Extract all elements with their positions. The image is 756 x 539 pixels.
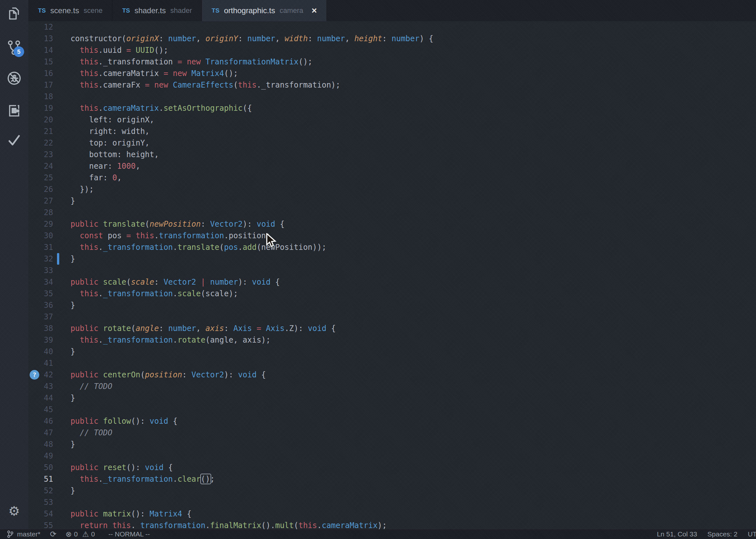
code-line-43[interactable]: 43 // TODO	[28, 381, 756, 392]
line-number[interactable]: 32	[28, 253, 53, 265]
indentation-setting[interactable]: Spaces: 2	[708, 530, 737, 538]
code-line-47[interactable]: 47 // TODO	[28, 427, 756, 438]
line-number[interactable]: 51	[28, 473, 53, 485]
line-number[interactable]: 46	[28, 415, 53, 427]
branch-indicator[interactable]: master*	[6, 530, 40, 538]
line-number[interactable]: 33	[28, 265, 53, 276]
line-number[interactable]: 17	[28, 79, 53, 91]
errors-indicator[interactable]: ⊗ 0	[65, 530, 78, 538]
line-number[interactable]: 49	[28, 450, 53, 462]
code-line-34[interactable]: 34 public scale(scale: Vector2 | number)…	[28, 276, 756, 288]
line-number[interactable]: 29	[28, 218, 53, 230]
line-number[interactable]: 37	[28, 311, 53, 323]
line-number[interactable]: 25	[28, 172, 53, 184]
code-line-28[interactable]: 28	[28, 207, 756, 218]
code-line-38[interactable]: 38 public rotate(angle: number, axis: Ax…	[28, 323, 756, 334]
line-number[interactable]: 21	[28, 125, 53, 137]
debug-disabled-icon[interactable]	[6, 70, 22, 86]
code-line-15[interactable]: 15 this._transformation = new Transforma…	[28, 56, 756, 68]
code-line-45[interactable]: 45	[28, 404, 756, 415]
git-modified-indicator[interactable]	[57, 253, 59, 265]
code-line-17[interactable]: 17 this.cameraFx = new CameraEffects(thi…	[28, 79, 756, 91]
line-number[interactable]: 47	[28, 427, 53, 438]
line-number[interactable]: 26	[28, 184, 53, 195]
code-line-21[interactable]: 21 right: width,	[28, 125, 756, 137]
code-line-44[interactable]: 44 }	[28, 392, 756, 404]
sync-icon[interactable]: ⟳	[50, 530, 56, 539]
line-number[interactable]: 53	[28, 497, 53, 508]
code-line-42[interactable]: 42 public centerOn(position: Vector2): v…	[28, 369, 756, 381]
code-line-16[interactable]: 16 this.cameraMatrix = new Matrix4();	[28, 68, 756, 79]
line-number[interactable]: 31	[28, 242, 53, 253]
code-line-31[interactable]: 31 this._transformation.translate(pos.ad…	[28, 242, 756, 253]
code-line-23[interactable]: 23 bottom: height,	[28, 149, 756, 160]
line-number[interactable]: 14	[28, 44, 53, 56]
line-number[interactable]: 41	[28, 357, 53, 369]
code-line-33[interactable]: 33	[28, 265, 756, 276]
code-line-29[interactable]: 29 public translate(newPosition: Vector2…	[28, 218, 756, 230]
line-number[interactable]: 18	[28, 91, 53, 103]
code-line-24[interactable]: 24 near: 1000,	[28, 160, 756, 172]
close-icon[interactable]: ×	[312, 6, 317, 15]
code-line-46[interactable]: 46 public follow(): void {	[28, 415, 756, 427]
code-line-40[interactable]: 40 }	[28, 346, 756, 357]
code-line-25[interactable]: 25 far: 0,	[28, 172, 756, 184]
code-line-39[interactable]: 39 this._transformation.rotate(angle, ax…	[28, 334, 756, 346]
code-line-53[interactable]: 53	[28, 497, 756, 508]
tab-orthographic.ts[interactable]: TSorthographic.tscamera×	[202, 0, 327, 21]
code-line-50[interactable]: 50 public reset(): void {	[28, 462, 756, 473]
extensions-icon[interactable]	[6, 103, 22, 118]
line-number[interactable]: 19	[28, 103, 53, 114]
line-number[interactable]: 39	[28, 334, 53, 346]
line-number[interactable]: 20	[28, 114, 53, 125]
question-badge[interactable]: ?	[30, 370, 39, 380]
line-number[interactable]: 22	[28, 137, 53, 149]
code-line-32[interactable]: 32 }	[28, 253, 756, 265]
line-number[interactable]: 44	[28, 392, 53, 404]
code-line-35[interactable]: 35 this._transformation.scale(scale);	[28, 288, 756, 299]
line-number[interactable]: 23	[28, 149, 53, 160]
code-line-54[interactable]: 54 public matrix(): Matrix4 {	[28, 508, 756, 520]
line-number[interactable]: 54	[28, 508, 53, 520]
line-number[interactable]: 24	[28, 160, 53, 172]
code-line-41[interactable]: 41	[28, 357, 756, 369]
code-line-19[interactable]: 19 this.cameraMatrix.setAsOrthographic({	[28, 103, 756, 114]
line-number[interactable]: 30	[28, 230, 53, 242]
code-line-26[interactable]: 26 });	[28, 184, 756, 195]
line-number[interactable]: 48	[28, 438, 53, 450]
gear-icon[interactable]: ⚙	[7, 504, 21, 518]
line-number[interactable]: 50	[28, 462, 53, 473]
line-number[interactable]: 35	[28, 288, 53, 299]
line-number[interactable]: 52	[28, 485, 53, 497]
code-line-22[interactable]: 22 top: originY,	[28, 137, 756, 149]
line-number[interactable]: 45	[28, 404, 53, 415]
code-line-20[interactable]: 20 left: originX,	[28, 114, 756, 125]
line-number[interactable]: 12	[28, 21, 53, 33]
encoding-setting[interactable]: UTF-8	[748, 530, 756, 538]
line-number[interactable]: 36	[28, 299, 53, 311]
check-icon[interactable]	[6, 132, 22, 148]
line-number[interactable]: 27	[28, 195, 53, 207]
code-line-27[interactable]: 27 }	[28, 195, 756, 207]
line-number[interactable]: 34	[28, 276, 53, 288]
code-line-36[interactable]: 36 }	[28, 299, 756, 311]
tab-scene.ts[interactable]: TSscene.tsscene	[28, 0, 113, 21]
code-line-52[interactable]: 52 }	[28, 485, 756, 497]
files-icon[interactable]	[6, 6, 22, 22]
line-number[interactable]: 28	[28, 207, 53, 218]
line-number[interactable]: 15	[28, 56, 53, 68]
line-number[interactable]: 40	[28, 346, 53, 357]
line-number[interactable]: 38	[28, 323, 53, 334]
code-line-30[interactable]: 30 const pos = this.transformation.posit…	[28, 230, 756, 242]
code-line-18[interactable]: 18	[28, 91, 756, 103]
code-line-37[interactable]: 37	[28, 311, 756, 323]
code-line-12[interactable]: 12	[28, 21, 756, 33]
code-editor[interactable]: 1213 constructor(originX: number, origin…	[28, 21, 756, 529]
line-number[interactable]: 13	[28, 33, 53, 44]
code-line-14[interactable]: 14 this.uuid = UUID();	[28, 44, 756, 56]
code-line-49[interactable]: 49	[28, 450, 756, 462]
code-line-13[interactable]: 13 constructor(originX: number, originY:…	[28, 33, 756, 44]
warnings-indicator[interactable]: ⚠ 0	[82, 530, 95, 538]
code-line-51[interactable]: 51 this._transformation.clear();	[28, 473, 756, 485]
code-line-48[interactable]: 48 }	[28, 438, 756, 450]
